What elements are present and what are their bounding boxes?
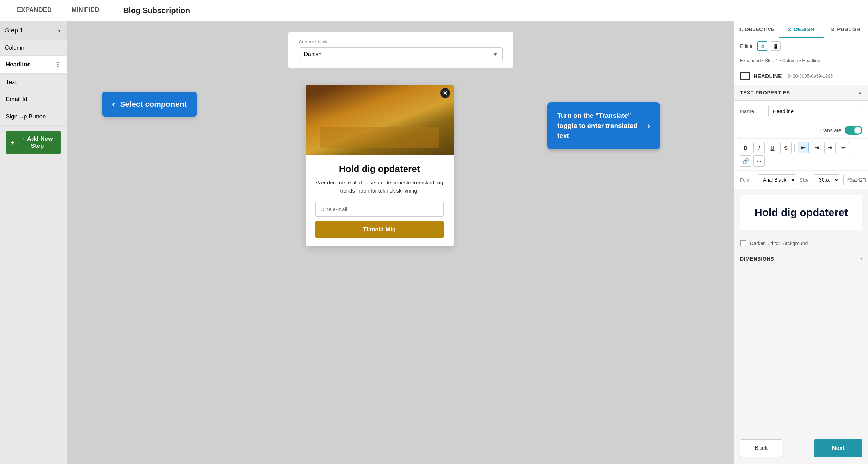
align-justify-button[interactable]: ⇤ <box>838 142 849 153</box>
add-step-button[interactable]: ＋ + Add New Step <box>6 131 61 154</box>
popup-submit-button[interactable]: Tilmeld Mig <box>315 221 444 238</box>
dimensions-chevron-icon: › <box>861 256 862 262</box>
plus-icon: ＋ <box>9 139 15 147</box>
strikethrough-button[interactable]: S <box>780 142 792 153</box>
forward-arrow-icon: › <box>647 120 650 132</box>
preview-area: Hold dig opdateret <box>740 195 862 230</box>
mobile-icon[interactable]: 📱 <box>771 41 781 51</box>
translate-toggle[interactable] <box>845 126 862 135</box>
popup-card: ✕ Hold dig opdateret Vær den første til … <box>306 85 454 246</box>
back-button[interactable]: Back <box>740 439 782 457</box>
tab-publish[interactable]: 3. PUBLISH <box>824 21 868 38</box>
step-selector[interactable]: Step 1 ▼ <box>0 21 67 40</box>
right-panel-footer: Back Next <box>734 432 868 464</box>
section-chevron-icon: ▲ <box>857 90 862 96</box>
align-center-button[interactable]: ⇥ <box>811 142 822 153</box>
chevron-down-icon: ▼ <box>57 28 62 33</box>
component-header: HEADLINE 6420-3b05-0e59-1995 <box>734 67 868 85</box>
tab-expanded[interactable]: EXPANDED <box>7 4 62 18</box>
align-right-button[interactable]: ⇥ <box>824 142 836 153</box>
popup-text: Vær den første til at læse om de seneste… <box>315 179 444 195</box>
darken-label: Darken Editor Background <box>750 240 808 246</box>
more-button[interactable]: ··· <box>753 155 765 167</box>
popup-headline: Hold dig opdateret <box>315 164 444 175</box>
column-label: Column <box>5 45 24 51</box>
component-type: HEADLINE <box>753 73 782 79</box>
text-label: Text <box>6 79 17 86</box>
canvas-area: Current Locale Danish English ▼ ‹ Select… <box>67 21 734 464</box>
headline-component-icon <box>740 72 750 80</box>
component-id: 6420-3b05-0e59-1995 <box>788 73 833 79</box>
breadcrumb: Expanded • Step 1 • Column • Headline <box>734 54 868 67</box>
edit-in-bar: Edit in 🖥 📱 <box>734 38 868 54</box>
toolbar-separator-1 <box>794 144 795 152</box>
email-label: Email Id <box>6 96 27 103</box>
sidebar-item-email[interactable]: Email Id <box>0 91 67 108</box>
darken-checkbox[interactable] <box>740 240 746 246</box>
select-component-tooltip[interactable]: ‹ Select component <box>102 92 197 117</box>
tab-objective[interactable]: 1. OBJECTIVE <box>734 21 779 38</box>
top-nav: EXPANDED MINIFIED Blog Subscription <box>0 0 868 21</box>
locale-label: Current Locale <box>299 39 503 44</box>
step-label: Step 1 <box>5 27 23 34</box>
font-select[interactable]: Arial Black Arial Helvetica <box>758 174 796 185</box>
locale-bar: Current Locale Danish English ▼ <box>288 32 513 68</box>
name-label: Name <box>740 108 768 114</box>
size-label: Size <box>800 177 810 183</box>
tab-design[interactable]: 2. DESIGN <box>779 21 823 38</box>
left-sidebar: Step 1 ▼ Column ⋮ Headline ⋮ Text Email … <box>0 21 67 464</box>
headline-label: Headline <box>6 61 31 68</box>
popup-body: Hold dig opdateret Vær den første til at… <box>306 155 454 246</box>
right-panel: 1. OBJECTIVE 2. DESIGN 3. PUBLISH Edit i… <box>734 21 868 464</box>
select-component-label: Select component <box>120 100 187 109</box>
text-properties-label: TEXT PROPERTIES <box>740 90 790 96</box>
dimensions-section[interactable]: DIMENSIONS › <box>734 251 868 267</box>
darken-row: Darken Editor Background <box>734 236 868 251</box>
right-panel-tabs: 1. OBJECTIVE 2. DESIGN 3. PUBLISH <box>734 21 868 38</box>
italic-button[interactable]: I <box>753 142 765 153</box>
desktop-icon[interactable]: 🖥 <box>757 41 767 51</box>
sidebar-item-column[interactable]: Column ⋮ <box>0 40 67 56</box>
preview-headline: Hold dig opdateret <box>755 207 848 219</box>
bold-button[interactable]: B <box>740 142 751 153</box>
popup-image <box>306 85 454 155</box>
tab-minified[interactable]: MINIFIED <box>62 4 109 18</box>
translate-label: Translate <box>819 127 841 133</box>
nav-tabs: EXPANDED MINIFIED <box>7 4 109 18</box>
dimensions-label: DIMENSIONS <box>740 256 774 262</box>
link-button[interactable]: 🔗 <box>740 155 751 167</box>
underline-button[interactable]: U <box>767 142 778 153</box>
page-title: Blog Subscription <box>123 6 190 15</box>
edit-in-label: Edit in <box>740 43 754 49</box>
headline-menu-icon[interactable]: ⋮ <box>55 61 61 68</box>
main-layout: Step 1 ▼ Column ⋮ Headline ⋮ Text Email … <box>0 21 868 464</box>
popup-close-button[interactable]: ✕ <box>440 88 450 98</box>
sidebar-item-headline[interactable]: Headline ⋮ <box>0 56 67 74</box>
popup-email-input[interactable] <box>315 202 444 217</box>
locale-select[interactable]: Danish English <box>299 47 503 61</box>
translate-tooltip: Turn on the "Translate" toggle to enter … <box>547 102 660 149</box>
sidebar-item-signup[interactable]: Sign Up Button <box>0 108 67 126</box>
toolbar-separator-2 <box>852 144 852 152</box>
font-row: Font Arial Black Arial Helvetica Size 30… <box>734 171 868 189</box>
color-hex: #0a142fff <box>847 177 866 183</box>
font-label: Font <box>740 177 754 183</box>
align-left-button[interactable]: ⇤ <box>798 142 809 153</box>
size-select[interactable]: 30px 24px 36px <box>814 174 839 185</box>
name-row: Name <box>734 101 868 122</box>
laptop-image <box>306 85 454 155</box>
column-menu-icon[interactable]: ⋮ <box>56 44 62 51</box>
name-input[interactable] <box>768 105 862 117</box>
back-arrow-icon: ‹ <box>112 99 115 110</box>
text-toolbar: B I U S ⇤ ⇥ ⇥ ⇤ 🔗 ··· <box>734 139 868 171</box>
text-properties-section[interactable]: TEXT PROPERTIES ▲ <box>734 85 868 101</box>
translate-tooltip-text: Turn on the "Translate" toggle to enter … <box>557 111 643 141</box>
translate-row: Translate <box>734 122 868 139</box>
signup-label: Sign Up Button <box>6 113 46 120</box>
next-button[interactable]: Next <box>814 439 862 457</box>
add-step-label: + Add New Step <box>17 135 57 149</box>
sidebar-item-text[interactable]: Text <box>0 74 67 91</box>
color-swatch[interactable] <box>843 175 844 185</box>
